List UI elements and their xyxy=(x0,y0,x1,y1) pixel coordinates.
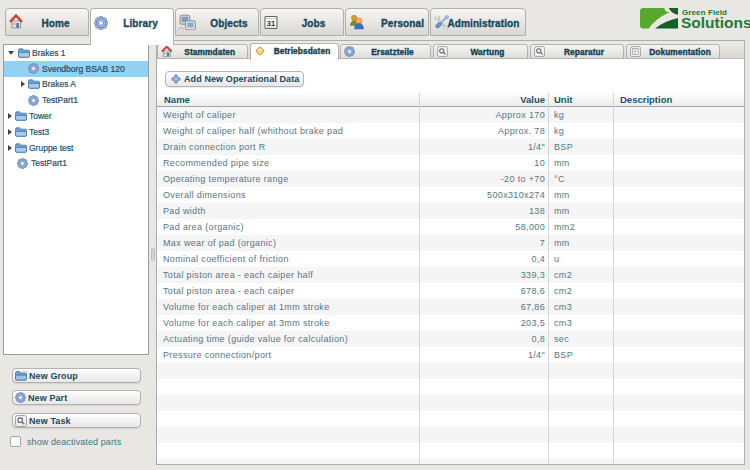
svg-text:31: 31 xyxy=(267,18,275,27)
